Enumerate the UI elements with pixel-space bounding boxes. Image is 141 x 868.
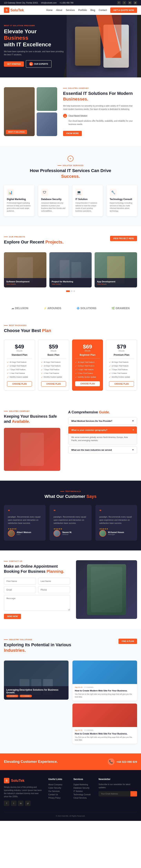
industries-tag: Industry Solutions: [4, 639, 71, 641]
phone-input[interactable]: [38, 586, 70, 593]
facebook-icon[interactable]: f: [117, 1, 121, 4]
industries-title: Exploring Its Potential in Various Indus…: [4, 642, 71, 653]
footer-link-1-2[interactable]: IT Solution: [74, 789, 93, 793]
top-bar: 123 Gateway Street City, Florida 32421 i…: [0, 0, 141, 5]
check-3-2: ✓: [109, 369, 111, 371]
quote-button[interactable]: GET A QUOTE NOW: [110, 7, 137, 13]
partner-0[interactable]: ☁ DELUXON: [11, 307, 28, 310]
nav-portfolio[interactable]: Portfolio: [78, 9, 87, 11]
plan-name-2: Beginner Plan: [75, 353, 100, 356]
footer-yt-icon[interactable]: yt: [25, 801, 31, 806]
hero-cta-btn[interactable]: GET STARTED: [4, 61, 24, 67]
phone-icon: 📞: [108, 758, 115, 765]
dot-2[interactable]: [71, 290, 73, 292]
newsletter-input[interactable]: [98, 791, 131, 797]
first-name-input[interactable]: [4, 578, 36, 585]
footer-link-0-3[interactable]: Contact Us: [48, 793, 67, 796]
it-badge[interactable]: BEST IT SOLUTION: [6, 130, 27, 134]
check-1-1: ✓: [41, 365, 43, 367]
linkedin-icon[interactable]: in: [128, 1, 132, 4]
project-img-0: Software Development View Details: [4, 252, 47, 287]
youtube-icon[interactable]: yt: [134, 1, 137, 4]
twitter-icon[interactable]: t: [122, 1, 126, 4]
project-type-1[interactable]: View Details: [52, 283, 89, 285]
testimonial-author-2: M.Kamel Hosen Manager: [99, 530, 133, 537]
view-projects-btn[interactable]: VIEW PROJECT HERE: [110, 236, 137, 241]
check-2-4: ✓: [75, 376, 77, 378]
plan-btn-2[interactable]: CHOOSE PLAN: [75, 381, 100, 386]
plan-btn-1[interactable]: CHOOSE PLAN: [41, 381, 66, 386]
blog-date-0: Sep 20, 21: [75, 686, 82, 688]
logo: S SoluTek: [4, 7, 24, 13]
plan-btn-3[interactable]: CHOOSE PLAN: [109, 381, 134, 386]
footer-link-0-0[interactable]: About Company: [48, 783, 67, 786]
hero-experts-btn[interactable]: ▶ OUR EXPERTS: [26, 60, 52, 68]
faq-item-0: What Medical Services Do You Provide? ▼: [68, 417, 137, 425]
nav-about[interactable]: About: [56, 9, 62, 11]
newsletter-heading: Newsletter: [98, 778, 137, 781]
project-name-1: Project for Marketing: [52, 280, 89, 283]
footer-link-1-3[interactable]: Technology Consult: [74, 793, 93, 796]
project-type-0[interactable]: View Details: [6, 283, 44, 285]
dot-1[interactable]: [66, 290, 70, 292]
tech-consult-icon: 🔧: [110, 189, 117, 196]
project-overlay-0: Software Development View Details: [4, 278, 47, 287]
nav-home[interactable]: Home: [46, 9, 53, 11]
nav-contact[interactable]: Contact: [99, 9, 107, 11]
partner-3[interactable]: 🌿 GRAMEEN: [111, 307, 130, 310]
plan-btn-0[interactable]: CHOOSE PLAN: [7, 381, 32, 386]
price-feature-3-3: ✓1 Year Trial Feature: [109, 372, 134, 375]
faq-title: A Comprehensive Guide.: [68, 410, 137, 414]
it-tag-line: [63, 88, 67, 88]
faq-question-0[interactable]: What Medical Services Do You Provide? ▼: [68, 417, 137, 425]
nav-blog[interactable]: Blog: [90, 9, 95, 11]
footer-link-1-1[interactable]: Database Security: [74, 786, 93, 789]
price-feature-2-3: ✓1 Year Trial Feature: [75, 372, 100, 375]
industries-header-left: Industry Solutions Exploring Its Potenti…: [4, 639, 71, 656]
project-type-2[interactable]: View Details: [97, 283, 135, 285]
testimonials-tag: Testimonials: [4, 490, 137, 492]
service-desc-2: Comprehensive IT solutions tailored to m…: [76, 202, 100, 212]
last-name-input[interactable]: [38, 578, 70, 585]
appointment-title: Make an Online Appointment Booking For B…: [4, 564, 70, 574]
partner-2[interactable]: 🔷 SOLUTIONS: [76, 307, 96, 310]
footer-in-icon[interactable]: in: [18, 801, 24, 806]
blog-title-0[interactable]: How to Create Modern Web Site For Your B…: [75, 689, 135, 692]
price-feature-2-2: ✓7 Days Trial Feature: [75, 368, 100, 372]
cta-phone-area[interactable]: 📞 +44 023 098 929: [108, 758, 137, 765]
safe-tag: Solutek Company: [4, 410, 60, 412]
phone: +1 (00) 456 789: [59, 2, 74, 4]
footer-tw-icon[interactable]: t: [11, 801, 17, 806]
testimonials-tag-text: Testimonials: [65, 490, 81, 492]
nav-links: Home About Services Portfolio Blog Conta…: [46, 7, 137, 13]
faq-question-2[interactable]: What are the main industries we served ▼: [68, 446, 137, 454]
faq-question-1[interactable]: What is your customer geography? ✕: [68, 427, 137, 434]
footer-link-0-4[interactable]: Privacy Policy: [48, 796, 67, 800]
stars-2: ★★★★★: [99, 528, 133, 530]
logo-icon: S: [4, 7, 9, 13]
testimonial-author-1: Naomi M. Director: [53, 530, 87, 537]
plus-icon: +: [67, 156, 74, 161]
footer-link-1-0[interactable]: Digital Marketing: [74, 783, 93, 786]
it-feature-1: ☁ Cloud Based Solution: [63, 114, 136, 118]
appointment-form: SEND NOW: [4, 578, 70, 619]
nav-services[interactable]: Services: [66, 9, 75, 11]
it-know-more-btn[interactable]: KNOW MORE: [63, 131, 82, 136]
footer-link-0-1[interactable]: Cyber Security: [48, 786, 67, 789]
hero-buttons: GET STARTED ▶ OUR EXPERTS: [4, 60, 64, 68]
blog-title-1[interactable]: How to Create Modern Web Site For Your B…: [75, 732, 135, 735]
footer-fb-icon[interactable]: f: [4, 801, 9, 806]
footer-link-1-4[interactable]: Cloud Services: [74, 796, 93, 800]
email-input[interactable]: [4, 586, 36, 593]
avatar-1: [53, 530, 60, 537]
find-plan-btn[interactable]: FIND A PLAN: [118, 639, 137, 644]
footer-link-0-2[interactable]: Our Services: [48, 789, 67, 793]
projects-tag: Our Projects: [4, 236, 63, 238]
message-input[interactable]: [4, 595, 70, 611]
dot-3[interactable]: [74, 290, 75, 292]
newsletter-submit-btn[interactable]: →: [131, 791, 137, 797]
services-section: + Solutek Services How Professional IT S…: [0, 146, 141, 226]
appointment-submit-btn[interactable]: SEND NOW: [4, 614, 21, 619]
partner-1[interactable]: ⚡ AROUNDS: [44, 307, 61, 310]
safe-person-silhouette: [20, 433, 44, 466]
